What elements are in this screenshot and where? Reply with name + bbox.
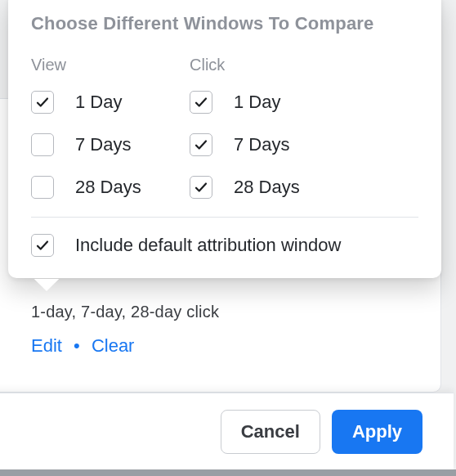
popover-divider	[31, 217, 418, 218]
view-option-1-day-label: 1 Day	[75, 92, 122, 113]
summary-action-links: Edit • Clear	[31, 335, 134, 357]
view-column-header: View	[31, 56, 181, 74]
compare-windows-popover: Choose Different Windows To Compare View…	[8, 0, 441, 278]
checkbox-view-28-days[interactable]	[31, 176, 54, 199]
view-option-7-days-label: 7 Days	[75, 134, 131, 155]
cancel-button[interactable]: Cancel	[221, 410, 320, 454]
checkbox-include-default[interactable]	[31, 234, 54, 257]
click-column-header: Click	[190, 56, 340, 74]
click-option-28-days-label: 28 Days	[234, 177, 300, 198]
include-default-option[interactable]: Include default attribution window	[31, 234, 418, 257]
checkbox-click-1-day[interactable]	[190, 91, 212, 114]
view-option-28-days[interactable]: 28 Days	[31, 176, 181, 199]
checkbox-view-1-day[interactable]	[31, 91, 54, 114]
view-option-1-day[interactable]: 1 Day	[31, 91, 181, 114]
window-bottom-edge	[0, 469, 456, 476]
include-default-label: Include default attribution window	[75, 235, 341, 256]
attribution-summary-text: 1-day, 7-day, 28-day click	[31, 303, 219, 321]
clear-link[interactable]: Clear	[92, 335, 135, 356]
view-option-28-days-label: 28 Days	[75, 177, 141, 198]
edit-link[interactable]: Edit	[31, 335, 62, 356]
click-option-7-days[interactable]: 7 Days	[190, 133, 340, 156]
link-separator: •	[67, 335, 87, 356]
popover-title: Choose Different Windows To Compare	[31, 13, 418, 34]
view-column: View 1 Day 7 Days 2	[31, 56, 181, 199]
checkbox-view-7-days[interactable]	[31, 133, 54, 156]
apply-button[interactable]: Apply	[332, 410, 422, 454]
click-option-1-day-label: 1 Day	[234, 92, 280, 113]
click-option-1-day[interactable]: 1 Day	[190, 91, 340, 114]
footer-button-bar: Cancel Apply	[0, 393, 454, 469]
click-option-28-days[interactable]: 28 Days	[190, 176, 340, 199]
click-column: Click 1 Day 7 Days	[190, 56, 340, 199]
checkbox-click-7-days[interactable]	[190, 133, 212, 156]
checkbox-click-28-days[interactable]	[190, 176, 212, 199]
click-option-7-days-label: 7 Days	[234, 134, 289, 155]
view-option-7-days[interactable]: 7 Days	[31, 133, 181, 156]
